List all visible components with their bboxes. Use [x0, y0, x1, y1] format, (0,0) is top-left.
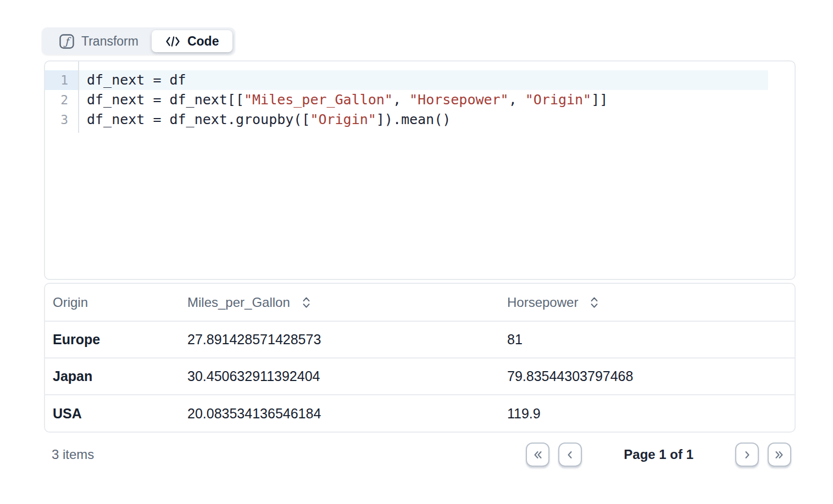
line-number-gutter: 123 [45, 61, 79, 133]
cell-origin: Japan [45, 358, 180, 395]
table-row: USA20.083534136546184119.9 [45, 395, 795, 432]
view-toggle: ƒ Transform Code [42, 27, 235, 55]
function-icon: ƒ [59, 34, 74, 49]
double-chevron-left-icon [531, 449, 544, 461]
line-number: 1 [45, 70, 78, 90]
tab-transform[interactable]: ƒ Transform [45, 30, 152, 52]
cell-value: 79.83544303797468 [499, 358, 795, 395]
code-token-string: "Origin" [525, 92, 591, 108]
code-token-plain: df_next = df [87, 72, 186, 88]
tab-code[interactable]: Code [152, 30, 233, 52]
double-chevron-right-icon [773, 449, 786, 461]
pagination: Page 1 of 1 [526, 443, 796, 467]
chevron-left-icon [564, 449, 576, 461]
page-indicator: Page 1 of 1 [624, 447, 693, 462]
code-line[interactable]: df_next = df_next.groupby(["Origin"]).me… [79, 110, 768, 130]
column-header-origin: Origin [45, 284, 180, 321]
svg-text:ƒ: ƒ [63, 35, 71, 47]
last-page-button[interactable] [768, 443, 791, 467]
prev-page-button[interactable] [558, 443, 582, 467]
line-number: 2 [45, 90, 78, 110]
code-token-string: "Origin" [310, 111, 376, 127]
sort-icon[interactable] [590, 295, 598, 310]
next-page-button[interactable] [735, 443, 759, 467]
sort-icon[interactable] [302, 295, 310, 310]
cell-value: 20.083534136546184 [180, 395, 499, 432]
cell-value: 119.9 [499, 395, 795, 432]
table-body: Europe27.89142857142857381Japan30.450632… [45, 321, 795, 432]
code-token-plain: ]).mean() [376, 111, 451, 127]
code-token-plain: ]] [591, 92, 608, 108]
code-line[interactable]: df_next = df [79, 70, 768, 90]
code-token-plain: , [393, 92, 409, 108]
tab-transform-label: Transform [81, 34, 138, 49]
result-table-card: Origin Miles_per_Gallon Horsepower [44, 283, 796, 433]
table-header-row: Origin Miles_per_Gallon Horsepower [45, 284, 795, 321]
table-row: Europe27.89142857142857381 [45, 321, 795, 358]
cell-origin: Europe [45, 321, 180, 358]
column-header-horsepower[interactable]: Horsepower [499, 284, 795, 321]
table-footer: 3 items Page 1 of 1 [44, 433, 796, 477]
code-icon [165, 35, 180, 48]
tab-code-label: Code [187, 34, 219, 49]
line-number: 3 [45, 110, 78, 130]
chevron-right-icon [741, 449, 753, 461]
column-header-miles-per-gallon[interactable]: Miles_per_Gallon [180, 284, 499, 321]
cell-origin: USA [45, 395, 180, 432]
code-token-plain: df_next = df_next[[ [87, 92, 244, 108]
code-token-plain: , [509, 92, 525, 108]
code-token-plain: df_next = df_next.groupby([ [87, 111, 310, 127]
code-editor[interactable]: 123 df_next = dfdf_next = df_next[["Mile… [44, 60, 796, 280]
cell-value: 27.891428571428573 [180, 321, 499, 358]
column-label: Origin [53, 295, 88, 310]
cell-value: 81 [499, 321, 795, 358]
column-label: Miles_per_Gallon [187, 295, 290, 310]
items-count: 3 items [44, 447, 94, 462]
code-line[interactable]: df_next = df_next[["Miles_per_Gallon", "… [79, 90, 768, 110]
result-table: Origin Miles_per_Gallon Horsepower [45, 284, 795, 432]
first-page-button[interactable] [526, 443, 549, 467]
code-token-string: "Horsepower" [409, 92, 509, 108]
cell-value: 30.450632911392404 [180, 358, 499, 395]
code-lines[interactable]: df_next = dfdf_next = df_next[["Miles_pe… [79, 61, 768, 133]
column-label: Horsepower [507, 295, 578, 310]
code-token-string: "Miles_per_Gallon" [244, 92, 393, 108]
table-row: Japan30.45063291139240479.83544303797468 [45, 358, 795, 395]
